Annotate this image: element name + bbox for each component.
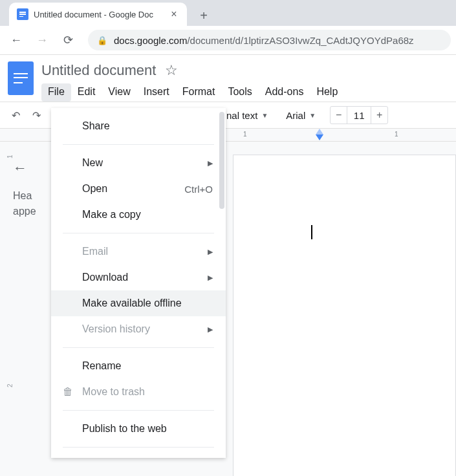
paragraph-style-label: nal text xyxy=(226,110,257,121)
divider xyxy=(63,447,214,448)
docs-favicon-icon xyxy=(17,8,28,20)
menu-insert[interactable]: Insert xyxy=(137,83,176,102)
divider xyxy=(63,233,214,233)
text-cursor xyxy=(311,225,312,239)
font-family-label: Arial xyxy=(286,110,305,121)
docs-logo-icon[interactable] xyxy=(8,61,34,95)
menu-new[interactable]: New▶ xyxy=(51,150,226,176)
tab-close-icon[interactable]: × xyxy=(169,8,179,20)
reload-button[interactable]: ⟳ xyxy=(57,29,79,51)
back-button[interactable]: ← xyxy=(5,29,27,51)
font-size-stepper: − 11 + xyxy=(330,106,388,124)
menu-format[interactable]: Format xyxy=(176,83,222,102)
submenu-arrow-icon: ▶ xyxy=(208,274,213,282)
chevron-down-icon: ▼ xyxy=(261,112,268,119)
menu-help[interactable]: Help xyxy=(310,83,344,102)
font-family-select[interactable]: Arial ▼ xyxy=(282,110,320,121)
font-size-value[interactable]: 11 xyxy=(347,110,371,121)
divider xyxy=(63,347,214,348)
ruler-tick: 1 xyxy=(243,131,247,138)
new-tab-button[interactable]: + xyxy=(193,5,214,26)
left-indent-marker[interactable] xyxy=(316,135,323,140)
menu-file[interactable]: File xyxy=(41,83,71,102)
menu-tools[interactable]: Tools xyxy=(221,83,258,102)
document-title[interactable]: Untitled document xyxy=(41,62,156,79)
divider xyxy=(63,410,214,411)
menu-open[interactable]: OpenCtrl+O xyxy=(51,176,226,202)
font-size-increase[interactable]: + xyxy=(371,107,387,124)
submenu-arrow-icon: ▶ xyxy=(208,248,213,256)
undo-button[interactable]: ↶ xyxy=(6,106,25,124)
paragraph-style-select[interactable]: nal text ▼ xyxy=(223,110,272,121)
menu-share[interactable]: Share xyxy=(51,113,226,139)
menu-email[interactable]: Email▶ xyxy=(51,239,226,265)
forward-button[interactable]: → xyxy=(31,29,53,51)
document-page[interactable] xyxy=(233,155,456,476)
shortcut-label: Ctrl+O xyxy=(184,184,213,195)
menubar: File Edit View Insert Format Tools Add-o… xyxy=(41,83,448,102)
menu-view[interactable]: View xyxy=(102,83,136,102)
chevron-down-icon: ▼ xyxy=(309,112,316,119)
menu-publish-to-web[interactable]: Publish to the web xyxy=(51,416,226,442)
menu-move-to-trash[interactable]: 🗑Move to trash xyxy=(51,379,226,405)
submenu-arrow-icon: ▶ xyxy=(208,325,213,334)
menu-download[interactable]: Download▶ xyxy=(51,265,226,290)
menu-make-copy[interactable]: Make a copy xyxy=(51,202,226,228)
font-size-decrease[interactable]: − xyxy=(331,107,347,124)
tab-title: Untitled document - Google Doc xyxy=(34,10,164,19)
address-bar[interactable]: 🔒 docs.google.com/document/d/1lptirzASO3… xyxy=(88,30,451,50)
star-icon[interactable]: ☆ xyxy=(165,62,178,79)
menu-rename[interactable]: Rename xyxy=(51,353,226,379)
browser-tab[interactable]: Untitled document - Google Doc × xyxy=(9,3,187,26)
menu-make-available-offline[interactable]: Make available offline xyxy=(51,290,226,316)
horizontal-ruler[interactable]: 1 1 xyxy=(233,129,456,141)
lock-icon: 🔒 xyxy=(97,36,107,45)
url-text: docs.google.com/document/d/1lptirzASO3Iv… xyxy=(114,35,414,46)
divider xyxy=(63,144,214,145)
ruler-tick: 1 xyxy=(395,131,398,138)
tab-strip: Untitled document - Google Doc × + xyxy=(0,0,456,26)
submenu-arrow-icon: ▶ xyxy=(208,159,213,168)
first-line-indent-marker[interactable] xyxy=(316,129,323,135)
redo-button[interactable]: ↷ xyxy=(27,106,45,124)
menu-version-history[interactable]: Version history▶ xyxy=(51,316,226,342)
menu-edit[interactable]: Edit xyxy=(71,83,102,102)
file-menu-dropdown: Share New▶ OpenCtrl+O Make a copy Email▶… xyxy=(51,108,226,458)
trash-icon: 🗑 xyxy=(61,386,74,398)
menu-addons[interactable]: Add-ons xyxy=(259,83,310,102)
